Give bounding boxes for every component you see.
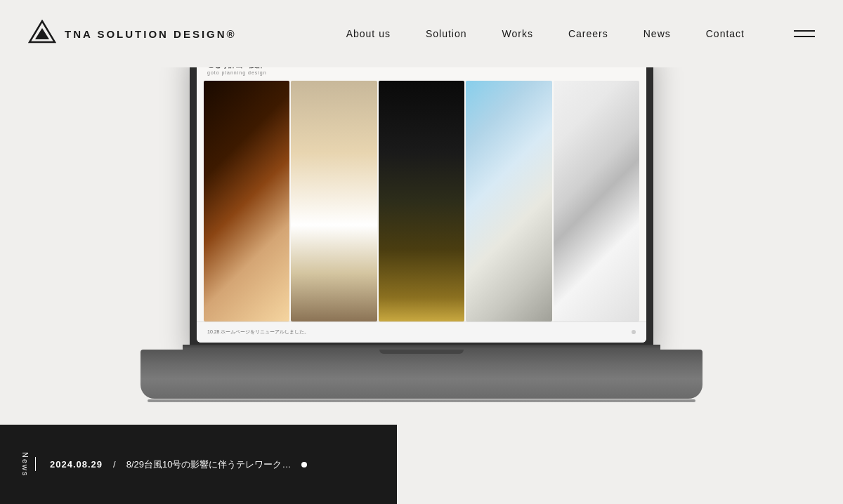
inner-images <box>197 81 646 321</box>
inner-site-footer: 10.28 ホームページをリニューアルしました。 <box>197 321 646 343</box>
inner-img-interior <box>291 81 377 321</box>
nav-careers[interactable]: Careers <box>568 28 608 39</box>
inner-img-abstract <box>554 81 639 321</box>
laptop-notch <box>379 350 464 354</box>
laptop-screen-wrapper: ごとう計画・設計 goto planning design 10.28 ホームペ… <box>190 48 653 350</box>
inner-site-subtitle: goto planning design <box>207 70 636 75</box>
inner-site: ごとう計画・設計 goto planning design 10.28 ホームペ… <box>197 55 646 343</box>
logo-text: TNA SOLUTION DESIGN® <box>65 28 237 40</box>
news-text: 8/29台風10号の影響に伴うテレワーク… <box>126 458 292 471</box>
main-nav: About us Solution Works Careers News Con… <box>346 28 815 39</box>
news-content: 2024.08.29 / 8/29台風10号の影響に伴うテレワーク… <box>50 458 376 471</box>
logo-icon <box>28 20 56 48</box>
inner-footer-dot <box>632 330 636 334</box>
logo-area[interactable]: TNA SOLUTION DESIGN® <box>28 20 237 48</box>
laptop-bottom-edge <box>148 399 695 402</box>
news-label-vertical: News <box>21 452 36 477</box>
laptop-base <box>140 350 702 399</box>
inner-img-dark-building <box>379 81 464 321</box>
nav-works[interactable]: Works <box>502 28 533 39</box>
news-indicator-dot <box>301 462 307 467</box>
news-bar[interactable]: News 2024.08.29 / 8/29台風10号の影響に伴うテレワーク… <box>0 425 397 504</box>
site-header: TNA SOLUTION DESIGN® About us Solution W… <box>0 0 843 67</box>
inner-footer-text: 10.28 ホームページをリニューアルしました。 <box>207 329 309 336</box>
inner-img-modern-house <box>466 81 551 321</box>
nav-about-us[interactable]: About us <box>346 28 391 39</box>
news-label-line <box>35 457 36 471</box>
nav-contact[interactable]: Contact <box>706 28 745 39</box>
laptop-screen: ごとう計画・設計 goto planning design 10.28 ホームペ… <box>197 55 646 343</box>
nav-solution[interactable]: Solution <box>426 28 467 39</box>
hamburger-menu[interactable] <box>794 30 815 37</box>
news-date: 2024.08.29 <box>50 459 103 470</box>
news-separator: / <box>113 459 116 470</box>
news-label-text: News <box>21 452 30 477</box>
menu-line-2 <box>794 36 815 37</box>
menu-line-1 <box>794 30 815 32</box>
laptop-mockup: ごとう計画・設計 goto planning design 10.28 ホームペ… <box>140 48 702 413</box>
inner-img-corridor <box>204 81 289 321</box>
nav-news[interactable]: News <box>643 28 671 39</box>
